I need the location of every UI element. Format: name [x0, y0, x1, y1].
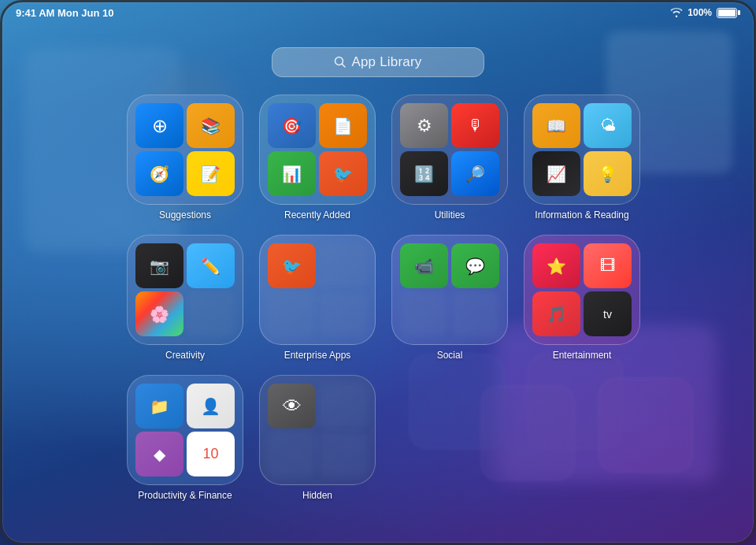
- app-icon-stocks: 📈: [532, 151, 580, 196]
- status-time: 9:41 AM Mon Jun 10: [16, 7, 113, 19]
- app-icon-blank3: [268, 291, 316, 336]
- status-bar: 9:41 AM Mon Jun 10 100%: [0, 0, 756, 25]
- app-icon-safari: 🧭: [135, 151, 183, 196]
- folder-utilities[interactable]: ⚙🎙🔢🔎Utilities: [391, 95, 509, 221]
- folder-recently-added[interactable]: 🎯📄📊🐦Recently Added: [258, 95, 376, 221]
- app-icon-soundanalysis: 🎙: [451, 103, 499, 148]
- search-bar-label: App Library: [351, 54, 421, 70]
- folder-label-recently-added: Recently Added: [284, 209, 350, 221]
- search-icon: [334, 56, 346, 69]
- folder-social[interactable]: 📹💬Social: [391, 235, 509, 361]
- app-icon-books2: 📖: [532, 103, 580, 148]
- app-icon-appstore: ⊕: [135, 103, 183, 148]
- app-icon-blank: [187, 291, 235, 336]
- folder-box-recently-added[interactable]: 🎯📄📊🐦: [259, 95, 376, 205]
- app-icon-blank8: [268, 432, 316, 476]
- wifi-icon: [670, 8, 683, 17]
- folder-box-suggestions[interactable]: ⊕📚🧭📝: [127, 95, 243, 205]
- app-icon-swift2: 🐦: [268, 243, 316, 288]
- battery-icon: [717, 8, 740, 18]
- app-icon-weather: 🌤: [584, 103, 632, 148]
- app-icon-blank4: [319, 291, 367, 336]
- folder-label-hidden: Hidden: [302, 490, 332, 501]
- folder-box-enterprise[interactable]: 🐦: [259, 235, 376, 345]
- folder-box-hidden[interactable]: 👁: [259, 375, 376, 485]
- search-bar-container[interactable]: App Library: [272, 47, 484, 77]
- folder-label-utilities: Utilities: [435, 209, 465, 221]
- folder-label-info-reading: Information & Reading: [535, 209, 628, 221]
- app-icon-blank2: [319, 243, 367, 288]
- folder-label-productivity: Productivity & Finance: [138, 490, 232, 501]
- folder-label-social: Social: [437, 350, 463, 361]
- app-icon-messages: 💬: [451, 243, 499, 288]
- app-icon-shortcuts: ◆: [135, 432, 183, 476]
- app-icon-music: 🎵: [532, 291, 580, 336]
- search-bar[interactable]: App Library: [272, 47, 484, 77]
- app-icon-camera: 📷: [135, 243, 183, 288]
- folder-suggestions[interactable]: ⊕📚🧭📝Suggestions: [126, 95, 244, 221]
- folder-box-productivity[interactable]: 📁👤◆10: [127, 375, 243, 485]
- folder-label-suggestions: Suggestions: [159, 209, 211, 221]
- app-icon-keynote: 🎯: [268, 103, 316, 148]
- app-icon-books: 📚: [187, 103, 235, 148]
- app-icon-calendar: 10: [187, 432, 235, 476]
- folder-enterprise[interactable]: 🐦Enterprise Apps: [258, 235, 376, 361]
- folder-hidden[interactable]: 👁Hidden: [258, 375, 376, 501]
- app-icon-files: 📁: [135, 384, 183, 428]
- app-icon-photoalbum: 🎞: [584, 243, 632, 288]
- app-icon-numbers: 📊: [268, 151, 316, 196]
- app-icon-swift: 🐦: [319, 151, 367, 196]
- app-icon-blank6: [451, 291, 499, 336]
- folder-box-creativity[interactable]: 📷✏️🌸: [127, 235, 243, 345]
- app-icon-eye: 👁: [268, 384, 316, 428]
- folder-box-social[interactable]: 📹💬: [391, 235, 508, 345]
- folder-box-utilities[interactable]: ⚙🎙🔢🔎: [391, 95, 508, 205]
- folder-info-reading[interactable]: 📖🌤📈💡Information & Reading: [523, 95, 641, 221]
- folder-label-enterprise: Enterprise Apps: [284, 350, 351, 361]
- app-icon-settings: ⚙: [400, 103, 448, 148]
- folder-box-info-reading[interactable]: 📖🌤📈💡: [524, 95, 640, 205]
- app-icon-notes: 📝: [187, 151, 235, 196]
- battery-percent: 100%: [687, 7, 712, 18]
- folder-entertainment[interactable]: ⭐🎞🎵tvEntertainment: [523, 235, 641, 361]
- folder-creativity[interactable]: 📷✏️🌸Creativity: [126, 235, 244, 361]
- app-icon-pages: 📄: [319, 103, 367, 148]
- app-icon-blank5: [400, 291, 448, 336]
- app-icon-tips: 💡: [584, 151, 632, 196]
- app-icon-freeform: ✏️: [187, 243, 235, 288]
- app-icon-blank9: [319, 432, 367, 476]
- folder-box-entertainment[interactable]: ⭐🎞🎵tv: [524, 235, 640, 345]
- app-icon-blank7: [319, 384, 367, 428]
- app-icon-appletv: tv: [584, 291, 632, 336]
- folder-label-creativity: Creativity: [165, 350, 205, 361]
- app-icon-magnifier: 🔎: [451, 151, 499, 196]
- folder-label-entertainment: Entertainment: [553, 350, 612, 361]
- app-icon-facetime: 📹: [400, 243, 448, 288]
- svg-line-1: [343, 65, 346, 68]
- status-right: 100%: [670, 7, 740, 18]
- app-icon-topstars: ⭐: [532, 243, 580, 288]
- app-icon-calculator: 🔢: [400, 151, 448, 196]
- app-icon-contacts: 👤: [187, 384, 235, 428]
- app-library-grid: ⊕📚🧭📝Suggestions🎯📄📊🐦Recently Added⚙🎙🔢🔎Uti…: [126, 95, 630, 501]
- folder-productivity[interactable]: 📁👤◆10Productivity & Finance: [126, 375, 244, 501]
- app-icon-photos: 🌸: [135, 291, 183, 336]
